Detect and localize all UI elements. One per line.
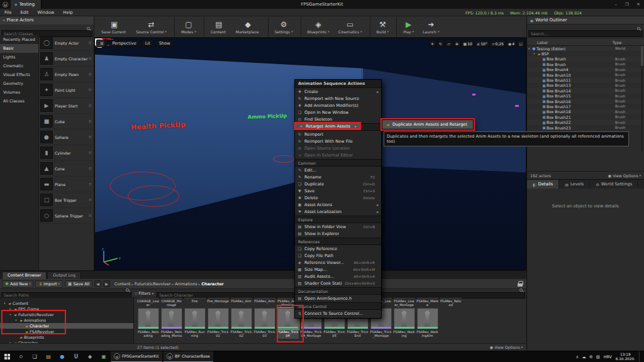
context-menu-item[interactable]: Explore [295,216,381,223]
import-button[interactable]: ⇓ Import ▾ [35,280,62,288]
perspective-button[interactable]: Perspective [109,40,140,47]
expander-arrow-icon[interactable]: ▸ [8,307,13,310]
outliner-search-input[interactable] [528,30,643,37]
camera-speed-button[interactable]: ◉4 [506,40,516,47]
outliner-row[interactable]: ▦ Box Brush22 Brush [527,119,644,124]
context-menu-item[interactable]: ▦ Size Map... Alt+Shift+M [295,266,381,273]
toolbar-button[interactable]: ◈ Blueprints ▾ [301,17,334,37]
folder-tree-item[interactable]: ▸ ▰ FPS_Game [0,306,133,312]
show-desktop-button[interactable] [639,351,641,362]
category-item[interactable]: Recently Placed [0,35,38,44]
category-item[interactable]: Volumes [0,88,38,97]
drag-handle-icon[interactable]: ≡ [88,197,92,202]
outliner-row[interactable]: ▦ Box Brush17 Brush [527,104,644,109]
level-tab-testing[interactable]: ◈ Testing [11,0,42,9]
drag-handle-icon[interactable]: ≡ [88,166,92,171]
asset-tile[interactable]: FSARev_WalkingAim [416,308,439,339]
drag-handle-icon[interactable]: ≡ [88,72,92,77]
view-options-button[interactable]: ◉ View Options ▾ [490,345,526,349]
task-view-button[interactable]: ❏ [28,351,42,362]
placeable-actor-item[interactable]: ♙ Empty Pawn ≡ [39,67,94,82]
save-all-button[interactable]: ▣ Save All [65,280,92,288]
back-button[interactable]: ◀ [94,280,101,287]
asset-tile[interactable]: FSARev_Trick02 [230,308,253,339]
outliner-view-options-button[interactable]: ◉ View Options ▾ [608,173,641,178]
expander-arrow-icon[interactable]: ▾ [14,319,18,322]
open-window-button[interactable]: U FPSGameStarterKit... [111,351,162,362]
scale-tool-button[interactable]: ▱ [445,40,453,47]
outliner-row[interactable]: ▦ Box Brush18 Brush [527,109,644,114]
breadcrumb-item[interactable]: Animations ▸ [175,282,200,287]
context-menu-item[interactable]: ❏ Copy Reference [295,245,381,252]
folder-tree-item[interactable]: ▰ Blueprints [0,334,133,340]
tray-icon[interactable]: ▥ [596,354,600,359]
toolbar-button[interactable]: ⚒ Build ▾ [370,17,394,37]
filters-button[interactable]: ▽ Filters ▾ [135,291,153,296]
folder-tree-item[interactable]: ▰ Character [0,323,133,329]
toolbar-button[interactable]: ◆ Marketplace [231,17,265,37]
maximize-button[interactable]: ❐ [621,0,633,9]
panel-tab[interactable]: Content Browser [2,272,47,279]
asset-tile[interactable]: FSARev_Arm [253,298,276,308]
maximize-viewport-button[interactable]: ◱ [517,40,525,47]
outliner-row[interactable]: ▦ Box Brush Brush [527,57,644,62]
close-button[interactable]: ✕ [633,0,644,9]
drag-handle-icon[interactable]: ≡ [88,213,92,218]
asset-tile[interactable]: Fire_Montage [206,298,230,308]
asset-tile[interactable]: CHARGE_Lower [136,298,160,308]
outliner-row[interactable]: ▦ Box Brush4 Brush [527,67,644,72]
asset-tile[interactable]: CHARGE_Montage [160,298,183,308]
placeable-actor-item[interactable]: ▶ Player Start ≡ [39,98,94,114]
outliner-row[interactable]: ▦ Box Brush15 Brush [527,94,644,99]
outliner-row[interactable]: ▾ ● Testing (Editor) World [527,46,644,51]
asset-tile[interactable]: FSARev_Reload [439,298,462,308]
folder-tree-item[interactable]: ▾ ▰ Animations [0,317,133,323]
context-menu-item[interactable]: ▥ Audit Assets... Alt+Shift+A [295,273,381,280]
world-outliner-header[interactable]: ◉ World Outliner [527,16,644,25]
placeable-actor-item[interactable]: ✦ Point Light ≡ [39,82,94,98]
context-menu-item[interactable]: ▤ Show in Folder View Ctrl+B [295,223,381,230]
category-item[interactable]: Cinematic [0,62,38,70]
context-menu-item[interactable]: ❏ Copy File Path [295,252,381,259]
open-window-button[interactable]: U BP_CharacterBase [164,351,213,362]
panel-tab[interactable]: ▤ Levels [559,180,590,189]
asset-tile[interactable]: FSARev_Reloading [136,308,160,339]
category-item[interactable]: Geometry [0,79,38,88]
pinned-app-icon[interactable]: ▣ [97,351,111,362]
drag-handle-icon[interactable]: ≡ [88,40,92,45]
context-menu-item[interactable]: ▤ Show in Explorer [295,230,381,237]
context-menu-item[interactable]: ✚ Create ▸ [295,88,381,95]
asset-tile[interactable]: Fire [183,298,206,308]
outliner-row[interactable]: ▾ ▰ BSP [527,51,644,56]
grid-snap-button[interactable]: ▦10 [462,40,474,47]
show-flags-button[interactable]: Show [155,40,174,47]
asset-tile[interactable]: FSARev_Trick03 [253,308,276,339]
tray-icon[interactable]: ∧ [576,354,579,359]
category-item[interactable]: Lights [0,53,38,62]
category-item[interactable]: Visual Effects [0,70,38,79]
breadcrumb-item[interactable]: Character [201,282,225,287]
placeable-actor-item[interactable]: □ Box Trigger ≡ [39,192,94,208]
placeable-actor-item[interactable]: ◯ Empty Actor ≡ [39,35,94,51]
translate-tool-button[interactable]: ✛ [429,40,436,47]
outliner-row[interactable]: ▦ Box Brush11 Brush [527,77,644,82]
context-menu-item[interactable]: Animation Sequence Actions [295,80,381,88]
asset-tile[interactable]: FSARev_Reloading_Montage [160,308,183,339]
asset-tile[interactable]: FSARev_Trick01 [206,308,230,339]
drag-handle-icon[interactable]: ≡ [88,119,92,124]
expander-arrow-icon[interactable]: ▾ [527,47,531,50]
drag-handle-icon[interactable]: ≡ [88,134,92,140]
asset-tile[interactable]: FSARev_Walking [392,308,416,339]
outliner-row[interactable]: ▦ Box Brush14 Brush [527,88,644,93]
tray-icon[interactable]: ☁ [582,354,586,359]
category-item[interactable]: All Classes [0,97,38,106]
context-menu-item[interactable]: ↻ Reimport [295,131,381,138]
context-menu-item[interactable]: ✎ Edit... [295,167,381,173]
context-menu-item[interactable]: ❏ Open In New Window [295,109,381,116]
drag-handle-icon[interactable]: ≡ [88,56,92,61]
toolbar-button[interactable]: ⚙ Settings ▾ [268,17,297,37]
expander-arrow-icon[interactable]: ▾ [3,302,7,305]
breadcrumb-item[interactable]: Content ▸ [114,282,133,287]
placeable-actor-item[interactable]: ○ Sphere Trigger ≡ [39,208,94,224]
taskbar-search-button[interactable] [14,351,28,362]
